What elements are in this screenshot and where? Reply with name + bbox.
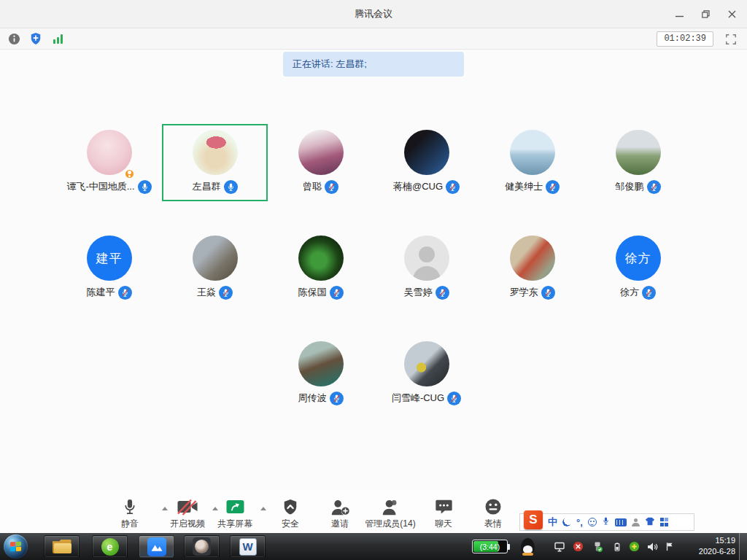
avatar-image — [510, 130, 555, 175]
meeting-timer: 01:02:39 — [657, 31, 713, 47]
participant-nameline: 左昌群 — [193, 179, 238, 194]
restore-button[interactable] — [696, 6, 715, 22]
grid-icon[interactable] — [660, 518, 669, 526]
participant-name: 谭飞-中国地质... — [66, 180, 134, 193]
mic-muted-icon[interactable] — [118, 286, 132, 300]
photo-viewer-icon — [193, 537, 211, 556]
close-icon[interactable] — [722, 6, 741, 22]
participant-tile-xufang[interactable]: 徐方徐方 — [585, 230, 691, 307]
participant-nameline: 曾聪 — [303, 179, 338, 194]
taskbar-app-word[interactable]: W — [230, 535, 266, 558]
participant-tile-jiangnan[interactable]: 蒋楠@CUG — [374, 124, 479, 201]
participant-avatar — [298, 236, 344, 281]
participant-tile-jianmeishenshi[interactable]: 健美绅士 — [479, 124, 585, 201]
mic-muted-icon[interactable] — [330, 392, 344, 405]
window-title: 腾讯会议 — [0, 0, 747, 28]
taskbar-app-explorer[interactable] — [44, 535, 80, 558]
participant-name: 周传波 — [298, 392, 327, 405]
taskbar-app-tencent-meeting[interactable] — [139, 535, 174, 558]
participant-nameline: 罗学东 — [510, 285, 555, 300]
participant-avatar — [510, 236, 555, 281]
mic-muted-icon[interactable] — [325, 180, 338, 194]
participant-tile-yanxuefeng[interactable]: 闫雪峰-CUG — [374, 335, 479, 413]
participant-nameline: 王焱 — [197, 285, 233, 300]
mic-muted-icon[interactable] — [446, 180, 460, 194]
show-desktop-button[interactable] — [739, 533, 747, 560]
mic-on-icon[interactable] — [224, 180, 238, 194]
participant-tile-chenbaoguo[interactable]: 陈保国 — [268, 230, 374, 307]
participant-tile-zhouchuanbo[interactable]: 周传波 — [268, 335, 374, 413]
avatar-image — [193, 236, 238, 281]
participant-nameline: 陈保国 — [298, 285, 344, 300]
mic-muted-icon[interactable] — [219, 286, 233, 300]
word-icon: W — [239, 538, 257, 556]
participant-tile-chenjianping[interactable]: 建平陈建平 — [56, 230, 162, 307]
antivirus-icon[interactable] — [628, 540, 640, 553]
skin-icon[interactable] — [645, 516, 655, 529]
participant-tile-wangyan[interactable]: 王焱 — [162, 230, 268, 307]
participant-tile-wuxueting[interactable]: 吴雪婷 — [374, 230, 479, 307]
network-icon[interactable] — [553, 540, 565, 553]
avatar-image — [510, 236, 555, 281]
shield-check-icon[interactable] — [29, 31, 42, 46]
blocked-icon[interactable] — [572, 540, 584, 553]
participant-tile-luoxuedong[interactable]: 罗学东 — [479, 230, 585, 307]
signal-bars-icon[interactable] — [51, 34, 64, 44]
mic-muted-icon[interactable] — [541, 286, 555, 300]
mic-muted-icon[interactable] — [447, 392, 461, 405]
toolbar-item-label: 安全 — [282, 518, 299, 530]
minimize-button[interactable] — [670, 6, 689, 22]
toolbar-item-label: 共享屏幕 — [217, 518, 252, 530]
participant-tile-zengcong[interactable]: 曾聪 — [268, 124, 374, 201]
info-icon[interactable] — [7, 31, 20, 46]
mic-on-icon[interactable] — [138, 180, 152, 194]
participant-name: 闫雪峰-CUG — [392, 392, 444, 405]
emoji-icon — [484, 497, 502, 517]
start-button[interactable] — [4, 534, 28, 559]
user-icon[interactable] — [632, 518, 640, 526]
taskbar-app-photo-viewer[interactable] — [184, 535, 220, 558]
qq-icon[interactable] — [521, 538, 535, 555]
participant-avatar — [616, 130, 661, 175]
flag-icon[interactable] — [663, 540, 676, 553]
speaker-icon[interactable] — [646, 540, 658, 553]
participant-name: 蒋楠@CUG — [393, 180, 443, 193]
taskbar-clock[interactable]: 15:19 2020-6-28 — [699, 535, 735, 557]
usb-icon[interactable] — [591, 540, 603, 553]
participant-avatar — [510, 130, 555, 175]
participant-name: 陈建平 — [87, 286, 115, 299]
participant-nameline: 周传波 — [298, 391, 344, 405]
avatar-image — [616, 130, 661, 175]
speaking-banner: 正在讲话: 左昌群; — [283, 52, 464, 77]
mic-muted-icon[interactable] — [436, 286, 449, 300]
mic-muted-icon[interactable] — [642, 286, 656, 300]
mic-muted-icon[interactable] — [330, 286, 344, 300]
participant-tile-tanfei[interactable]: 谭飞-中国地质... — [56, 124, 162, 201]
participant-tile-zuochangqun[interactable]: 左昌群 — [162, 124, 268, 201]
invite-icon — [330, 497, 350, 517]
mic-muted-icon[interactable] — [647, 180, 661, 194]
participant-avatar — [404, 130, 449, 175]
keyboard-icon[interactable] — [615, 518, 627, 526]
participant-avatar — [298, 341, 344, 386]
moon-icon[interactable] — [562, 518, 571, 526]
emoji-icon[interactable] — [588, 518, 597, 526]
fullscreen-icon[interactable] — [724, 32, 738, 47]
chinese-mode[interactable]: 中 — [548, 516, 557, 529]
participant-nameline: 健美绅士 — [505, 179, 560, 194]
avatar-image — [87, 130, 132, 175]
punctuation-icon[interactable]: °, — [576, 517, 583, 528]
participant-avatar — [404, 341, 449, 386]
mic-icon[interactable] — [602, 516, 610, 529]
taskbar-app-browser-360[interactable]: e — [92, 535, 128, 558]
avatar-image — [298, 341, 344, 386]
battery-meter[interactable]: (3:44) — [472, 540, 508, 553]
mic-icon — [122, 497, 138, 517]
sogou-logo[interactable]: S — [524, 510, 543, 529]
avatar-image — [193, 130, 238, 175]
participant-tile-zoujunpeng[interactable]: 邹俊鹏 — [585, 124, 691, 201]
mic-muted-icon[interactable] — [546, 180, 560, 194]
battery-icon[interactable] — [611, 540, 623, 553]
participant-avatar — [87, 130, 132, 175]
titlebar: 腾讯会议 — [0, 0, 747, 28]
